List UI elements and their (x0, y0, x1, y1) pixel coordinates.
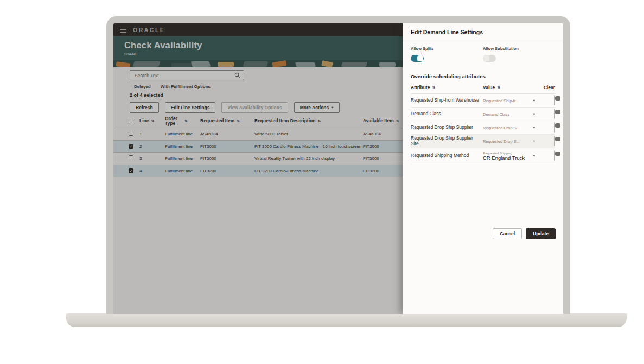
column-header-value[interactable]: Value⇅ (483, 85, 535, 90)
screen: ORACLE Check Availability 98448 (113, 23, 563, 314)
demand-class-select[interactable]: Demand Class ▾ (483, 112, 535, 117)
attributes-header-row: Attribute⇅ Value⇅ Clear (411, 85, 555, 94)
cancel-button[interactable]: Cancel (493, 228, 522, 239)
column-header-clear: Clear (544, 85, 555, 90)
drop-ship-supplier-site-select[interactable]: Requested Drop S... ▾ (483, 139, 535, 144)
clear-toggle[interactable] (554, 136, 555, 146)
override-section-title: Override scheduling attributes (403, 62, 563, 79)
allow-substitution-label: Allow Substitution (483, 46, 555, 51)
check-availability-app: ORACLE Check Availability 98448 (113, 23, 403, 314)
drop-ship-supplier-select[interactable]: Requested Drop S... ▾ (483, 125, 535, 130)
edit-demand-line-settings-drawer: Edit Demand Line Settings Allow Splits A… (403, 23, 563, 314)
attribute-row: Demand Class Demand Class ▾ (411, 108, 555, 121)
ship-from-warehouse-select[interactable]: Requested Ship-fr... ▾ (483, 98, 535, 103)
allow-splits-toggle[interactable] (411, 55, 424, 62)
chevron-down-icon: ▾ (533, 139, 535, 143)
clear-toggle[interactable] (554, 150, 555, 161)
sort-icon: ⇅ (432, 85, 435, 90)
shipping-method-select[interactable]: Requested Shipping ... CR England Truckl… (483, 152, 535, 161)
clear-toggle[interactable] (554, 122, 555, 133)
attribute-row: Requested Shipping Method Requested Ship… (411, 148, 555, 164)
modal-overlay (113, 23, 403, 314)
column-header-attribute[interactable]: Attribute⇅ (411, 85, 483, 90)
attribute-row: Requested Drop Ship Supplier Site Reques… (411, 135, 555, 148)
clear-toggle[interactable] (554, 109, 555, 119)
drawer-toggles: Allow Splits Allow Substitution (403, 40, 563, 62)
clear-toggle[interactable] (554, 95, 555, 105)
drawer-footer: Cancel Update (493, 228, 556, 239)
chevron-down-icon: ▾ (533, 98, 535, 103)
shipping-method-value: CR England Truckload (483, 155, 525, 161)
chevron-down-icon: ▾ (533, 154, 535, 158)
drawer-title: Edit Demand Line Settings (403, 23, 563, 40)
laptop-screen-bezel: ORACLE Check Availability 98448 (106, 16, 570, 314)
attribute-row: Requested Ship-from Warehouse Requested … (411, 94, 555, 108)
sort-icon: ⇅ (497, 85, 500, 90)
chevron-down-icon: ▾ (533, 112, 535, 116)
chevron-down-icon: ▾ (533, 125, 535, 130)
laptop-base (66, 313, 627, 327)
allow-splits-label: Allow Splits (411, 46, 483, 51)
update-button[interactable]: Update (526, 228, 556, 239)
attribute-row: Requested Drop Ship Supplier Requested D… (411, 121, 555, 135)
allow-substitution-toggle[interactable] (483, 55, 496, 62)
